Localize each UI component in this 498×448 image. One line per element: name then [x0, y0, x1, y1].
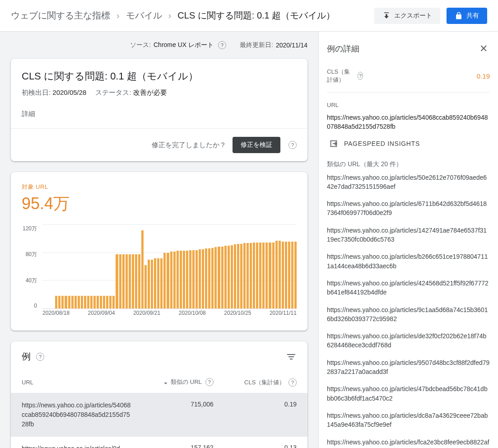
- chart-bar: [224, 246, 227, 308]
- issue-title: CLS に関する問題: 0.1 超（モバイル）: [22, 70, 297, 83]
- open-external-icon: [329, 139, 339, 149]
- chevron-right-icon: ›: [116, 10, 120, 21]
- table-row[interactable]: https://news.yahoo.co.jp/articles/0d157,…: [11, 437, 307, 448]
- chart-bar: [240, 244, 242, 308]
- chart-bar: [282, 242, 284, 308]
- chart-bar: [68, 296, 70, 308]
- chart-bar: [87, 296, 89, 308]
- psi-label: PAGESPEED INSIGHTS: [344, 140, 420, 147]
- pagespeed-insights-link[interactable]: PAGESPEED INSIGHTS: [329, 139, 488, 149]
- main-content: ソース: Chrome UX レポート ? 最終更新日: 2020/11/14 …: [0, 32, 319, 448]
- chart-bar: [103, 296, 105, 308]
- help-icon[interactable]: ?: [358, 72, 363, 80]
- x-tick: 2020/09/04: [88, 310, 115, 320]
- chart-bar: [74, 296, 77, 308]
- chart-bar: [135, 254, 137, 308]
- row-url: https://news.yahoo.co.jp/articles/54068c…: [11, 393, 143, 437]
- chart-bar: [192, 250, 195, 309]
- share-button[interactable]: 共有: [447, 8, 487, 24]
- y-tick: 0: [34, 303, 37, 309]
- url-value[interactable]: https://news.yahoo.co.jp/articles/54068c…: [327, 113, 490, 131]
- validation-row: 修正を完了しましたか？ 修正を検証 ?: [11, 128, 307, 161]
- detail-link[interactable]: 詳細: [22, 110, 297, 118]
- similar-url-item[interactable]: https://news.yahoo.co.jp/articles/b266c6…: [327, 252, 490, 271]
- help-icon[interactable]: ?: [205, 378, 214, 386]
- similar-url-item[interactable]: https://news.yahoo.co.jp/articles/9507d4…: [327, 358, 490, 377]
- chart-bar: [275, 241, 278, 308]
- validate-button[interactable]: 修正を検証: [233, 137, 280, 153]
- chart-bar: [237, 244, 239, 308]
- col-cls[interactable]: CLS（集計値） ?: [224, 372, 307, 393]
- chart-bar: [93, 296, 96, 308]
- similar-url-item[interactable]: https://news.yahoo.co.jp/articles/50e261…: [327, 173, 490, 191]
- chart-bar: [180, 251, 182, 308]
- chart-bar: [119, 254, 121, 308]
- similar-url-item[interactable]: https://news.yahoo.co.jp/articles/9c1aa5…: [327, 305, 490, 324]
- breadcrumb-item-mobile[interactable]: モバイル: [126, 9, 162, 22]
- similar-url-list: https://news.yahoo.co.jp/articles/50e261…: [327, 173, 490, 448]
- similar-url-item[interactable]: https://news.yahoo.co.jp/articles/dc8a7a…: [327, 411, 490, 429]
- chart-bar: [65, 296, 67, 308]
- chart-bar: [90, 296, 93, 308]
- y-tick: 80万: [26, 251, 37, 258]
- x-axis: 2020/08/182020/09/042020/09/212020/10/08…: [42, 310, 297, 320]
- chart-bar: [205, 248, 207, 308]
- chevron-right-icon: ›: [168, 10, 172, 21]
- chart-bar: [186, 251, 188, 308]
- validation-question: 修正を完了しましたか？: [152, 141, 226, 149]
- examples-heading: 例 ?: [22, 350, 44, 363]
- col-url[interactable]: URL: [11, 372, 143, 393]
- chart-bar: [144, 265, 147, 308]
- export-label: エクスポート: [394, 12, 432, 20]
- chart-bar: [97, 296, 99, 308]
- col-similar[interactable]: 類似の URL ?: [143, 372, 224, 393]
- close-icon[interactable]: ✕: [477, 42, 490, 55]
- chart-bar: [195, 250, 198, 309]
- similar-url-item[interactable]: https://news.yahoo.co.jp/articles/6711b6…: [327, 199, 490, 218]
- cls-metric-value: 0.19: [477, 72, 490, 80]
- status: ステータス: 改善が必要: [95, 89, 167, 97]
- chart-bar: [106, 296, 108, 308]
- source-value: Chrome UX レポート: [154, 41, 214, 49]
- chart-bar: [247, 243, 249, 308]
- help-icon[interactable]: ?: [289, 378, 297, 387]
- chart-bar: [141, 230, 144, 308]
- plot-area: [42, 225, 297, 309]
- similar-url-item[interactable]: https://news.yahoo.co.jp/articles/142749…: [327, 226, 490, 244]
- chart-bar: [151, 260, 153, 308]
- x-tick: 2020/09/21: [133, 310, 160, 320]
- chart: 120万80万40万0 2020/08/182020/09/042020/09/…: [22, 225, 297, 320]
- similar-url-item[interactable]: https://news.yahoo.co.jp/articles/47bdcb…: [327, 384, 490, 403]
- chart-bar: [221, 247, 223, 308]
- filter-icon[interactable]: [286, 351, 297, 362]
- chart-bar: [61, 296, 64, 308]
- export-button[interactable]: エクスポート: [374, 8, 440, 24]
- chart-bar: [211, 248, 214, 308]
- similar-url-item[interactable]: https://news.yahoo.co.jp/articles/fca2e3…: [327, 438, 490, 448]
- share-label: 共有: [466, 12, 479, 20]
- updated-value: 2020/11/14: [276, 42, 307, 49]
- help-icon[interactable]: ?: [218, 41, 226, 49]
- examples-table: URL 類似の URL ? CLS（集計値） ?: [11, 372, 307, 448]
- chart-bar: [177, 251, 179, 308]
- similar-url-item[interactable]: https://news.yahoo.co.jp/articles/de32f0…: [327, 331, 490, 350]
- help-icon[interactable]: ?: [289, 141, 297, 149]
- chart-bar: [259, 243, 261, 308]
- x-tick: 2020/10/08: [179, 310, 206, 320]
- first-detected: 初検出日: 2020/05/28: [22, 89, 86, 97]
- chart-bar: [148, 260, 150, 308]
- chart-bar: [228, 246, 230, 308]
- panel-heading: 例の詳細: [327, 43, 359, 54]
- chart-bar: [265, 243, 268, 308]
- breadcrumb-item-root[interactable]: ウェブに関する主な指標: [11, 9, 110, 22]
- table-row[interactable]: https://news.yahoo.co.jp/articles/54068c…: [11, 393, 307, 437]
- similar-urls-heading: 類似の URL（最大 20 件）: [327, 160, 490, 168]
- similar-url-item[interactable]: https://news.yahoo.co.jp/articles/424568…: [327, 279, 490, 297]
- detail-panel: 例の詳細 ✕ CLS（集計値） ? 0.19 URL https://news.…: [319, 32, 498, 448]
- chart-bar: [138, 254, 140, 308]
- chart-bar: [71, 296, 74, 308]
- x-tick: 2020/10/25: [224, 310, 251, 320]
- chart-bar: [55, 296, 57, 308]
- urls-count: 95.4万: [22, 193, 297, 215]
- help-icon[interactable]: ?: [36, 353, 44, 361]
